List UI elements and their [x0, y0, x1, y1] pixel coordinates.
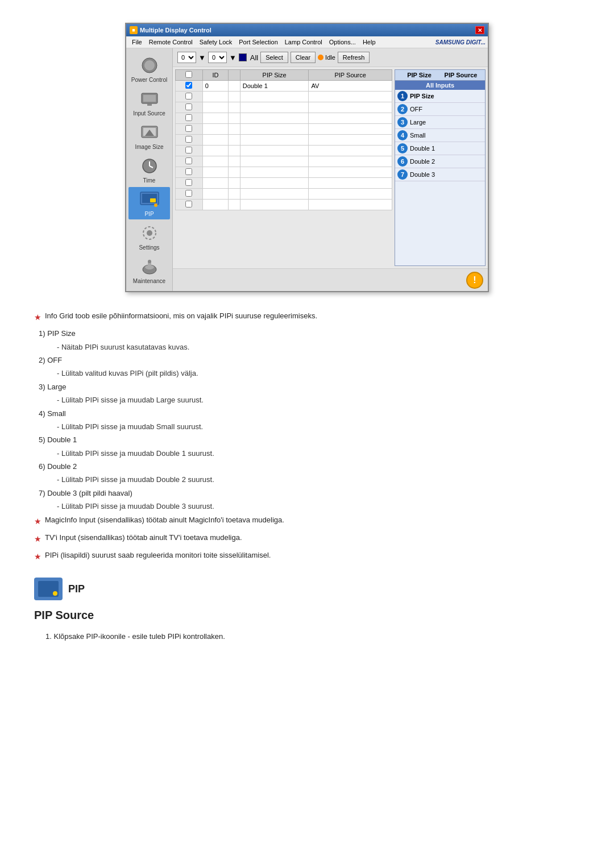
status-dot: [318, 55, 323, 60]
row-checkbox[interactable]: [185, 136, 192, 143]
sidebar-label-settings: Settings: [139, 244, 159, 251]
doc-item-6: 6) Double 2 - Lülitab PIPi sisse ja muud…: [39, 460, 580, 487]
sidebar-item-pip[interactable]: PIP: [128, 187, 170, 219]
doc-item-3-sub: - Lülitab PIPi sisse ja muudab Large suu…: [57, 393, 580, 406]
table-row: [176, 102, 392, 113]
select-all-checkbox[interactable]: [185, 71, 192, 78]
menu-help[interactable]: Help: [359, 38, 379, 47]
id-select-1[interactable]: 0: [177, 52, 196, 63]
star-item-3: ★ TV'i Input (sisendallikas) töötab ainu…: [34, 531, 580, 546]
star-item-4: ★ PIPi (lisapildi) suurust saab reguleer…: [34, 549, 580, 564]
item-label-6: Double 2: [410, 158, 435, 165]
toolbar: 0 ▼ 0 ▼ All Select Clear Idle Refresh: [173, 48, 488, 67]
doc-item-4: 4) Small - Lülitab PIPi sisse ja muudab …: [39, 407, 580, 434]
row-checkbox[interactable]: [185, 114, 192, 121]
sidebar-label-maintenance: Maintenance: [133, 278, 165, 284]
row-checkbox[interactable]: [185, 147, 192, 153]
row-check: [176, 124, 203, 135]
doc-item-4-label: 4) Small: [39, 407, 580, 420]
sidebar-item-input-source[interactable]: Input Source: [128, 86, 170, 119]
row-checkbox[interactable]: [185, 103, 192, 110]
numbered-section: 1) PIP Size - Näitab PIPi suurust kasuta…: [39, 327, 580, 513]
dropdown-item-1[interactable]: 1 PIP Size: [395, 90, 485, 103]
doc-item-6-label: 6) Double 2: [39, 460, 580, 473]
grid-header-pip-size: PIP Size: [240, 70, 309, 81]
svg-point-15: [147, 230, 152, 236]
dropdown-item-2[interactable]: 2 OFF: [395, 103, 485, 116]
row-checkbox[interactable]: [185, 82, 192, 89]
sidebar-label-input: Input Source: [133, 110, 165, 117]
sidebar-item-power-control[interactable]: Power Control: [128, 53, 170, 85]
sidebar-label-time: Time: [143, 177, 156, 184]
menu-port-selection[interactable]: Port Selection: [235, 38, 281, 47]
select-button[interactable]: Select: [260, 52, 288, 63]
grid-header-pip-source: PIP Source: [309, 70, 392, 81]
doc-item-4-sub: - Lülitab PIPi sisse ja muudab Small suu…: [57, 420, 580, 433]
row-pip-size: [240, 92, 309, 102]
grid-header-col3: [229, 70, 240, 81]
menu-options[interactable]: Options...: [326, 38, 359, 47]
table-row: [176, 135, 392, 146]
row-checkbox[interactable]: [185, 190, 192, 197]
row-pip-size: Double 1: [240, 81, 309, 92]
menu-safety-lock[interactable]: Safety Lock: [196, 38, 235, 47]
settings-icon: [139, 223, 160, 243]
dropdown-item-6[interactable]: 6 Double 2: [395, 155, 485, 168]
star-icon-1: ★: [34, 310, 42, 325]
row-id: [202, 92, 228, 102]
id-select-2[interactable]: 0: [208, 52, 227, 63]
status-indicator: Idle: [318, 54, 335, 61]
dropdown-item-4[interactable]: 4 Small: [395, 129, 485, 142]
row-checkbox[interactable]: [185, 201, 192, 207]
dropdown-item-7[interactable]: 7 Double 3: [395, 168, 485, 181]
sidebar-item-time[interactable]: Time: [128, 153, 170, 186]
star-icon-2: ★: [34, 514, 42, 529]
item-label-1: PIP Size: [410, 93, 434, 99]
app-window: ■ Multiple Display Control ✕ File Remote…: [125, 23, 489, 292]
row-check: [176, 113, 203, 124]
refresh-button[interactable]: Refresh: [338, 52, 370, 63]
row-check: [176, 200, 203, 210]
row-checkbox[interactable]: [185, 93, 192, 99]
sidebar-item-image-size[interactable]: Image Size: [128, 120, 170, 152]
bottom-bar: !: [173, 268, 488, 291]
menu-file[interactable]: File: [128, 38, 146, 47]
pip-section-label: PIP: [68, 580, 85, 598]
row-check: [176, 81, 203, 92]
app-body: Power Control Input Source: [126, 48, 488, 291]
sidebar-item-maintenance[interactable]: Maintenance: [128, 254, 170, 286]
dropdown-item-3[interactable]: 3 Large: [395, 116, 485, 129]
row-checkbox[interactable]: [185, 168, 192, 175]
help-button[interactable]: !: [466, 272, 483, 289]
row-col3: [229, 92, 240, 102]
doc-item-1-sub: - Näitab PIPi suurust kasutatavas kuvas.: [57, 340, 580, 354]
clear-button[interactable]: Clear: [291, 52, 316, 63]
item-label-7: Double 3: [410, 171, 435, 178]
row-checkbox[interactable]: [185, 179, 192, 186]
table-row: [176, 200, 392, 210]
close-button[interactable]: ✕: [475, 26, 484, 34]
pip-icon: [139, 189, 160, 210]
row-checkbox[interactable]: [185, 157, 192, 164]
svg-rect-3: [143, 95, 156, 102]
star-text-2: MagicInfo Input (sisendallikas) töötab a…: [45, 513, 284, 526]
dropdown-item-5[interactable]: 5 Double 1: [395, 142, 485, 155]
doc-content: ★ Info Grid toob esile põhiinformatsioon…: [34, 309, 580, 643]
menu-lamp-control[interactable]: Lamp Control: [281, 38, 326, 47]
title-bar: ■ Multiple Display Control ✕: [126, 24, 488, 36]
time-icon: [139, 156, 160, 176]
doc-item-5: 5) Double 1 - Lülitab PIPi sisse ja muud…: [39, 433, 580, 460]
doc-item-1: 1) PIP Size - Näitab PIPi suurust kasuta…: [39, 327, 580, 354]
doc-item-3-label: 3) Large: [39, 380, 580, 393]
dropdown-col1-header: PIP Size: [399, 72, 440, 78]
row-checkbox[interactable]: [185, 125, 192, 132]
svg-point-14: [154, 203, 157, 207]
table-row: 0 Double 1 AV: [176, 81, 392, 92]
item-label-3: Large: [410, 119, 426, 126]
sidebar-item-settings[interactable]: Settings: [128, 221, 170, 253]
color-box: [239, 53, 247, 61]
menu-bar: File Remote Control Safety Lock Port Sel…: [126, 36, 488, 48]
pip-source-title: PIP Source: [34, 605, 580, 625]
menu-remote-control[interactable]: Remote Control: [146, 38, 196, 47]
dropdown-header: PIP Size PIP Source: [395, 70, 485, 81]
